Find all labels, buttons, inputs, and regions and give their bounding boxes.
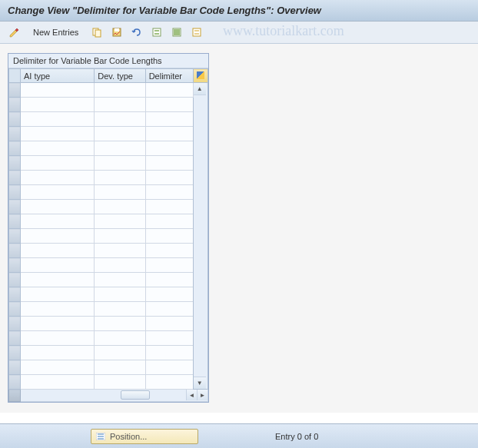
data-cell[interactable] bbox=[20, 83, 94, 98]
data-cell[interactable] bbox=[95, 200, 145, 214]
data-cell[interactable] bbox=[95, 317, 145, 331]
row-selector[interactable] bbox=[9, 229, 21, 244]
toggle-change-icon[interactable] bbox=[6, 25, 23, 40]
horizontal-scrollbar[interactable]: ◄ ► bbox=[20, 390, 207, 402]
data-cell[interactable] bbox=[20, 214, 94, 229]
data-cell[interactable] bbox=[145, 331, 193, 346]
data-cell[interactable] bbox=[145, 258, 193, 273]
row-selector[interactable] bbox=[9, 83, 21, 98]
row-selector[interactable] bbox=[9, 112, 21, 127]
data-cell[interactable] bbox=[145, 141, 193, 156]
data-cell[interactable] bbox=[95, 229, 145, 244]
data-cell[interactable] bbox=[95, 83, 145, 98]
position-button[interactable]: Position... bbox=[91, 429, 198, 444]
row-selector[interactable] bbox=[9, 331, 21, 346]
data-cell[interactable] bbox=[20, 141, 94, 156]
copy-icon[interactable] bbox=[88, 25, 105, 40]
data-cell[interactable] bbox=[145, 229, 193, 244]
data-cell[interactable] bbox=[20, 331, 94, 346]
data-cell[interactable] bbox=[20, 273, 94, 287]
row-selector[interactable] bbox=[9, 185, 21, 200]
vscroll-down-icon[interactable]: ▼ bbox=[194, 377, 206, 389]
data-cell[interactable] bbox=[95, 98, 145, 112]
undo-icon[interactable] bbox=[128, 25, 145, 40]
deselect-all-icon[interactable] bbox=[188, 25, 205, 40]
data-cell[interactable] bbox=[145, 302, 193, 317]
data-cell[interactable] bbox=[95, 185, 145, 200]
data-cell[interactable] bbox=[20, 171, 94, 185]
data-cell[interactable] bbox=[145, 185, 193, 200]
data-cell[interactable] bbox=[95, 156, 145, 171]
data-cell[interactable] bbox=[145, 273, 193, 287]
data-cell[interactable] bbox=[145, 346, 193, 360]
row-selector[interactable] bbox=[9, 156, 21, 171]
data-cell[interactable] bbox=[95, 141, 145, 156]
data-cell[interactable] bbox=[145, 127, 193, 141]
hscroll-thumb[interactable] bbox=[121, 390, 150, 400]
column-header-dev-type[interactable]: Dev. type bbox=[95, 69, 145, 83]
table-config-button[interactable] bbox=[193, 69, 207, 83]
data-cell[interactable] bbox=[95, 112, 145, 127]
data-cell[interactable] bbox=[145, 244, 193, 258]
data-cell[interactable] bbox=[145, 171, 193, 185]
data-cell[interactable] bbox=[95, 258, 145, 273]
data-cell[interactable] bbox=[20, 229, 94, 244]
row-selector[interactable] bbox=[9, 273, 21, 287]
data-cell[interactable] bbox=[95, 287, 145, 302]
row-selector[interactable] bbox=[9, 214, 21, 229]
data-cell[interactable] bbox=[145, 98, 193, 112]
new-entries-button[interactable]: New Entries bbox=[26, 25, 85, 40]
row-selector[interactable] bbox=[9, 302, 21, 317]
column-header-delimiter[interactable]: Delimiter bbox=[145, 69, 193, 83]
data-cell[interactable] bbox=[20, 200, 94, 214]
row-selector[interactable] bbox=[9, 200, 21, 214]
row-selector[interactable] bbox=[9, 375, 21, 390]
data-cell[interactable] bbox=[145, 317, 193, 331]
data-cell[interactable] bbox=[95, 302, 145, 317]
data-cell[interactable] bbox=[20, 375, 94, 390]
data-cell[interactable] bbox=[95, 171, 145, 185]
data-cell[interactable] bbox=[95, 360, 145, 375]
data-cell[interactable] bbox=[20, 98, 94, 112]
data-cell[interactable] bbox=[95, 273, 145, 287]
hscroll-right-icon[interactable]: ► bbox=[197, 390, 207, 400]
data-cell[interactable] bbox=[20, 317, 94, 331]
row-selector[interactable] bbox=[9, 287, 21, 302]
data-cell[interactable] bbox=[20, 302, 94, 317]
data-cell[interactable] bbox=[20, 156, 94, 171]
save-icon[interactable] bbox=[108, 25, 125, 40]
data-cell[interactable] bbox=[20, 127, 94, 141]
data-cell[interactable] bbox=[145, 112, 193, 127]
hscroll-left-icon[interactable]: ◄ bbox=[186, 390, 197, 400]
data-cell[interactable] bbox=[95, 244, 145, 258]
data-cell[interactable] bbox=[95, 331, 145, 346]
data-cell[interactable] bbox=[145, 83, 193, 98]
vscroll-up-icon[interactable]: ▲ bbox=[194, 83, 206, 95]
data-cell[interactable] bbox=[145, 375, 193, 390]
data-cell[interactable] bbox=[145, 287, 193, 302]
data-cell[interactable] bbox=[95, 214, 145, 229]
row-selector-header[interactable] bbox=[9, 69, 21, 83]
row-selector[interactable] bbox=[9, 244, 21, 258]
row-selector[interactable] bbox=[9, 346, 21, 360]
column-header-ai-type[interactable]: AI type bbox=[20, 69, 94, 83]
vertical-scrollbar[interactable]: ▲▼ bbox=[193, 83, 207, 390]
row-selector[interactable] bbox=[9, 258, 21, 273]
data-cell[interactable] bbox=[145, 214, 193, 229]
data-cell[interactable] bbox=[20, 112, 94, 127]
row-selector[interactable] bbox=[9, 127, 21, 141]
data-cell[interactable] bbox=[95, 127, 145, 141]
footer-selector[interactable] bbox=[9, 390, 21, 402]
data-cell[interactable] bbox=[95, 375, 145, 390]
row-selector[interactable] bbox=[9, 141, 21, 156]
data-cell[interactable] bbox=[145, 156, 193, 171]
data-cell[interactable] bbox=[20, 360, 94, 375]
data-cell[interactable] bbox=[95, 346, 145, 360]
data-cell[interactable] bbox=[145, 200, 193, 214]
data-cell[interactable] bbox=[20, 185, 94, 200]
row-selector[interactable] bbox=[9, 317, 21, 331]
data-cell[interactable] bbox=[20, 346, 94, 360]
row-selector[interactable] bbox=[9, 171, 21, 185]
row-selector[interactable] bbox=[9, 98, 21, 112]
select-block-icon[interactable] bbox=[168, 25, 185, 40]
